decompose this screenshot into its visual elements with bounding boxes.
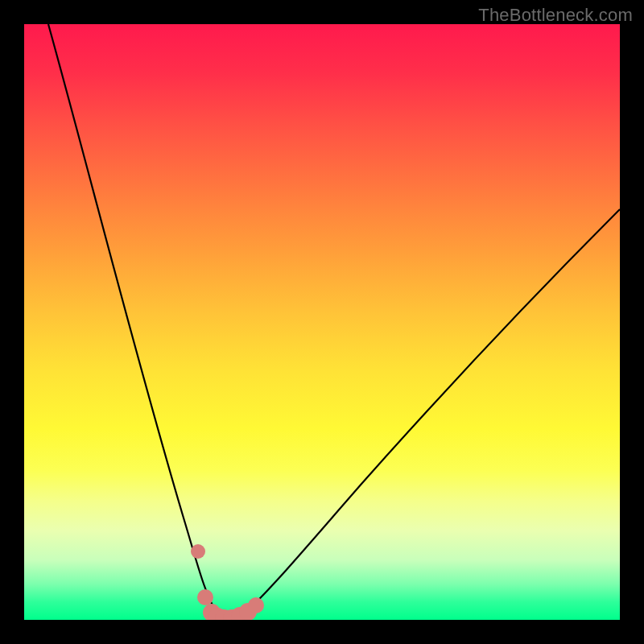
chart-frame xyxy=(24,24,620,620)
bottleneck-curve xyxy=(48,24,620,618)
svg-point-8 xyxy=(248,597,264,613)
svg-point-1 xyxy=(197,589,213,605)
chart-svg xyxy=(24,24,620,620)
highlight-dots xyxy=(191,544,264,620)
watermark-text: TheBottleneck.com xyxy=(478,5,633,26)
svg-point-0 xyxy=(191,544,205,559)
